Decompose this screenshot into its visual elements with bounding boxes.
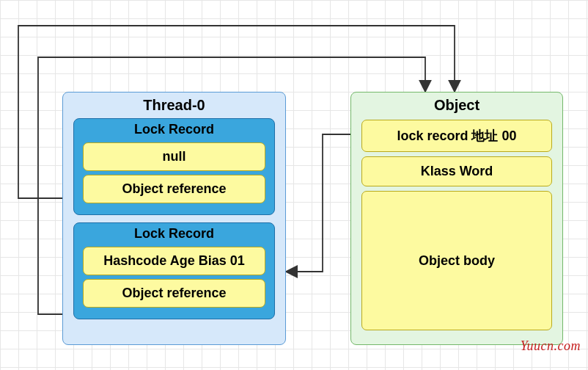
lock-record-1: Lock Record Hashcode Age Bias 01 Object … <box>73 222 275 319</box>
thread-title: Thread-0 <box>63 92 285 116</box>
object-klass-word: Klass Word <box>361 156 552 186</box>
object-title: Object <box>351 92 562 115</box>
lock-record-1-title: Lock Record <box>83 225 265 243</box>
lock-record-0: Lock Record null Object reference <box>73 118 275 215</box>
object-mark-word: lock record 地址 00 <box>361 120 552 152</box>
lock-record-1-slot1: Hashcode Age Bias 01 <box>83 247 265 275</box>
watermark: Yuucn.com <box>521 338 581 354</box>
object-box: Object lock record 地址 00 Klass Word Obje… <box>350 92 563 345</box>
lock-record-0-title: Lock Record <box>83 120 265 139</box>
lock-record-1-slot2: Object reference <box>83 279 265 308</box>
object-body: Object body <box>361 191 552 330</box>
lock-record-0-slot2: Object reference <box>83 175 265 203</box>
lock-record-0-slot1: null <box>83 142 265 171</box>
thread-box: Thread-0 Lock Record null Object referen… <box>62 92 286 345</box>
